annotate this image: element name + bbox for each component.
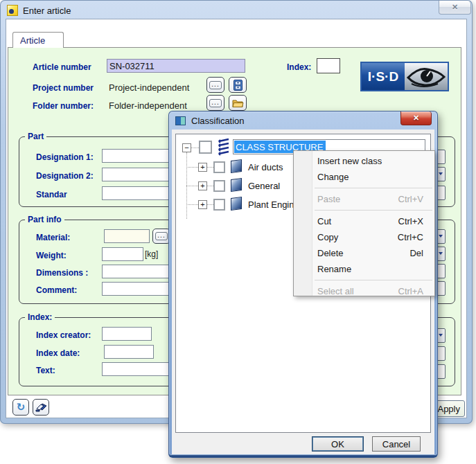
root-checkbox[interactable] — [199, 141, 212, 154]
tree-item-air-ducts[interactable]: Air ducts — [248, 162, 283, 172]
index-date-input[interactable] — [104, 345, 154, 359]
project-cabinet-icon[interactable] — [229, 77, 247, 93]
airducts-checkbox[interactable] — [213, 161, 225, 173]
isd-logo: I·S·D — [360, 62, 449, 91]
project-number-label: Project number — [33, 83, 94, 93]
tree-connector — [207, 167, 213, 168]
index-group-title: Index: — [25, 312, 55, 322]
tree-item-plant-engineering[interactable]: Plant Engin — [248, 199, 294, 210]
expand-toggle-icon[interactable]: + — [198, 200, 207, 209]
material-input[interactable] — [104, 229, 150, 243]
article-number-label: Article number — [33, 62, 91, 72]
refresh-icon: ↻ — [17, 402, 26, 413]
tree-connector — [191, 148, 199, 148]
menu-item-change[interactable]: Change — [294, 169, 434, 185]
tree-connector — [186, 167, 198, 168]
menu-separator — [315, 188, 432, 188]
expand-toggle-icon[interactable]: + — [198, 181, 207, 190]
classification-title: Classification — [191, 116, 245, 126]
enter-article-title: Enter article — [23, 6, 71, 16]
ok-button[interactable]: OK — [312, 436, 364, 452]
menu-separator — [315, 280, 432, 280]
classification-close-icon[interactable]: ✕ — [400, 111, 432, 125]
menu-item-insert-new-class[interactable]: Insert new class — [294, 153, 434, 169]
dimensions-label: Dimensions : — [36, 268, 88, 278]
text-label: Text: — [36, 366, 55, 375]
tree-connector — [207, 204, 213, 205]
index-input[interactable] — [317, 58, 340, 73]
isd-logo-text: I·S·D — [362, 63, 405, 90]
tree-connector — [207, 186, 213, 186]
index-creator-label: Index creator: — [36, 330, 91, 340]
standard-label: Standar — [36, 190, 67, 199]
project-browse-button[interactable]: ... — [206, 77, 224, 93]
index-creator-input[interactable] — [102, 327, 152, 341]
class-structure-icon — [217, 138, 231, 156]
menu-item-copy[interactable]: Copy Ctrl+C — [294, 229, 434, 245]
part-group-title: Part — [25, 132, 46, 141]
refresh-button[interactable]: ↻ — [12, 399, 29, 416]
index-label: Index: — [287, 62, 311, 72]
folder-icon[interactable] — [229, 95, 247, 111]
folder-number-value: Folder-independent — [109, 100, 187, 111]
designation2-label: Designation 2: — [36, 171, 94, 181]
article-number-input[interactable] — [107, 59, 245, 73]
tree-connector — [186, 204, 198, 205]
tree-item-general[interactable]: General — [248, 181, 280, 191]
kg-unit-label: [kg] — [145, 249, 158, 259]
class-icon — [231, 197, 242, 211]
material-label: Material: — [36, 233, 70, 242]
index-date-label: Index date: — [36, 348, 80, 358]
cancel-button[interactable]: Cancel — [372, 436, 421, 452]
menu-item-rename[interactable]: Rename — [294, 261, 434, 277]
folder-number-label: Folder number: — [33, 101, 94, 111]
menu-item-select-all[interactable]: Select all Ctrl+A — [294, 283, 434, 299]
tab-article[interactable]: Article — [12, 32, 64, 48]
menu-separator — [315, 210, 432, 211]
class-icon — [231, 178, 242, 192]
general-checkbox[interactable] — [213, 180, 225, 192]
note-pen-icon — [7, 5, 18, 16]
classification-titlebar: Classification — [175, 116, 245, 126]
tree-connector — [186, 186, 198, 186]
collapse-toggle-icon[interactable]: − — [182, 143, 191, 152]
enter-article-titlebar: Enter article — [7, 3, 71, 17]
eraser-button[interactable] — [33, 399, 49, 416]
plant-checkbox[interactable] — [213, 199, 225, 211]
close-icon[interactable]: ✕ — [439, 1, 471, 15]
part-info-group-title: Part info — [25, 215, 64, 224]
tree-context-menu: Insert new class Change Paste Ctrl+V Cut… — [293, 150, 435, 296]
designation1-label: Designation 1: — [36, 152, 94, 162]
menu-item-delete[interactable]: Delete Del — [294, 245, 434, 261]
folder-browse-button[interactable]: ... — [206, 95, 224, 111]
comment-label: Comment: — [36, 285, 77, 295]
menu-item-paste[interactable]: Paste Ctrl+V — [294, 191, 434, 207]
expand-toggle-icon[interactable]: + — [198, 163, 207, 172]
eraser-icon — [35, 402, 47, 412]
isd-eye-icon — [405, 63, 448, 90]
menu-item-cut[interactable]: Cut Ctrl+X — [294, 213, 434, 229]
class-icon — [231, 159, 242, 173]
weight-input[interactable] — [102, 247, 143, 261]
classification-window-icon — [175, 116, 186, 125]
project-number-value: Project-independent — [109, 82, 189, 93]
weight-label: Weight: — [36, 251, 67, 260]
